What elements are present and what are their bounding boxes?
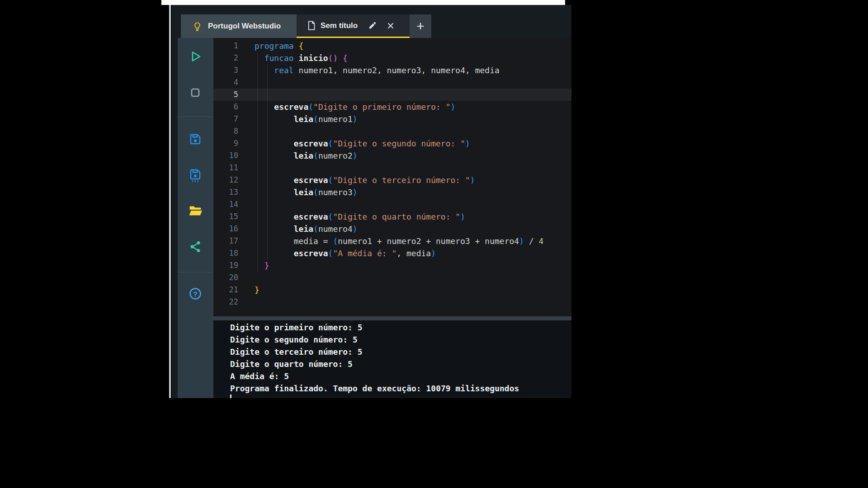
svg-text:?: ? (193, 290, 197, 298)
sidebar-toolbar: ? (178, 38, 213, 398)
save-as-icon (188, 168, 203, 183)
code-line: 12 escreva("Digite o terceiro número: ") (213, 174, 571, 186)
line-number: 5 (213, 89, 238, 101)
run-button[interactable] (188, 49, 203, 64)
line-number: 21 (213, 284, 238, 296)
line-number: 22 (213, 296, 238, 308)
code-line: 2 funcao inicio() { (213, 52, 571, 64)
line-number: 2 (213, 52, 238, 64)
code-line: 15 escreva("Digite o quarto número: ") (213, 211, 571, 223)
code-line: 17 media = (numero1 + numero2 + numero3 … (213, 235, 571, 247)
code-line: 18 escreva("A média é: ", media) (213, 247, 571, 259)
code-line: 3 real numero1, numero2, numero3, numero… (213, 64, 571, 76)
code-line: 6 escreva("Digite o primeiro número: ") (213, 101, 571, 113)
console-line: Digite o terceiro número: 5 (230, 346, 519, 358)
open-file-button[interactable] (188, 204, 203, 218)
code-line: 7 leia(numero1) (213, 113, 571, 125)
line-number: 12 (213, 174, 238, 186)
console-line: Digite o segundo número: 5 (230, 333, 519, 346)
console-line: Digite o primeiro número: 5 (230, 321, 519, 333)
code-line: 14 (213, 198, 571, 211)
code-line: 20 (213, 272, 571, 284)
console-line: A média é: 5 (230, 370, 519, 382)
tab-sem-titulo[interactable]: Sem título (297, 14, 410, 38)
play-icon (188, 49, 203, 64)
line-number: 1 (213, 40, 238, 52)
console-lines: Digite o primeiro número: 5Digite o segu… (230, 321, 519, 394)
sidebar-divider (178, 272, 213, 272)
save-button[interactable] (188, 132, 203, 146)
save-icon (188, 132, 203, 146)
code-line: 16 leia(numero4) (213, 223, 571, 235)
share-button[interactable] (188, 239, 203, 254)
line-number: 4 (213, 76, 238, 89)
code-line: 4 (213, 76, 571, 89)
save-as-button[interactable] (188, 168, 203, 183)
line-number: 6 (213, 101, 238, 113)
share-icon (188, 239, 203, 254)
close-tab-icon[interactable] (386, 21, 395, 30)
tab-portugol-webstudio[interactable]: Portugol Webstudio (181, 14, 297, 38)
code-line: 5 (213, 89, 571, 101)
window-edge-left (169, 5, 171, 398)
line-number: 9 (213, 137, 238, 150)
code-line: 9 escreva("Digite o segundo número: ") (213, 137, 571, 150)
stop-icon (188, 85, 203, 100)
line-number: 17 (213, 235, 238, 247)
rename-pencil-icon[interactable] (368, 21, 377, 30)
console-line: Digite o quarto número: 5 (230, 358, 519, 370)
line-number: 3 (213, 64, 238, 76)
code-line: 13 leia(numero3) (213, 186, 571, 198)
help-button[interactable]: ? (188, 286, 203, 301)
line-number: 20 (213, 272, 238, 284)
lightbulb-icon (193, 22, 202, 31)
line-number: 15 (213, 211, 238, 223)
panel-splitter[interactable] (213, 316, 571, 320)
tab-bar: Portugol Webstudio Sem título + (172, 14, 571, 38)
line-number: 10 (213, 150, 238, 162)
portugol-webstudio-app: Portugol Webstudio Sem título + (172, 5, 571, 398)
open-folder-icon (188, 204, 203, 218)
line-number: 16 (213, 223, 238, 235)
code-editor[interactable]: 1programa {2 funcao inicio() {3 real num… (213, 38, 571, 316)
help-icon: ? (188, 286, 203, 301)
sidebar-divider (178, 117, 213, 117)
line-number: 8 (213, 125, 238, 137)
line-number: 7 (213, 113, 238, 125)
tab-home-label: Portugol Webstudio (208, 22, 281, 31)
document-icon (307, 20, 316, 31)
console-output[interactable]: Digite o primeiro número: 5Digite o segu… (213, 320, 571, 398)
line-number: 13 (213, 186, 238, 198)
new-tab-button[interactable]: + (410, 14, 431, 38)
line-number: 11 (213, 162, 238, 174)
code-line: 21} (213, 284, 571, 296)
console-caret (230, 394, 231, 398)
code-line: 8 (213, 125, 571, 137)
console-line: Programa finalizado. Tempo de execução: … (230, 382, 519, 394)
code-line: 22 (213, 296, 571, 308)
tab-file-label: Sem título (321, 21, 358, 30)
line-number: 14 (213, 198, 238, 211)
code-line: 11 (213, 162, 571, 174)
editor-lines: 1programa {2 funcao inicio() {3 real num… (213, 40, 571, 308)
code-line: 1programa { (213, 40, 571, 52)
code-line: 10 leia(numero2) (213, 150, 571, 162)
code-line: 19 } (213, 259, 571, 272)
line-number: 19 (213, 259, 238, 272)
window-edge-top (161, 0, 565, 5)
line-number: 18 (213, 247, 238, 259)
stop-button[interactable] (188, 85, 203, 100)
